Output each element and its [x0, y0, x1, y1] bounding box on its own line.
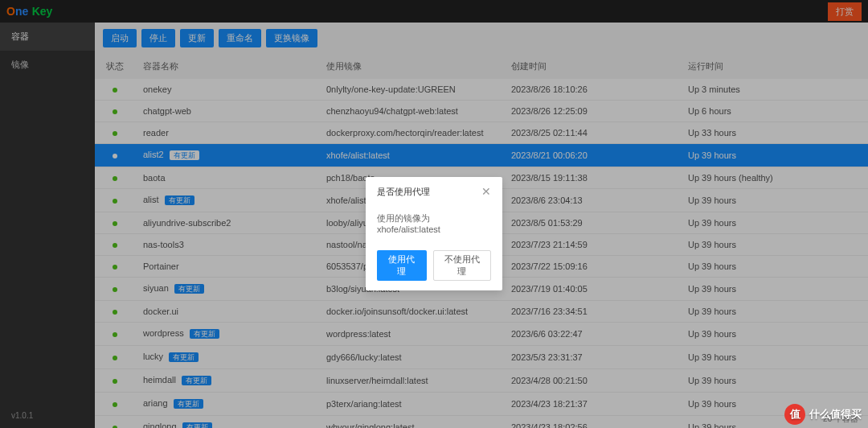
- watermark-icon: 值: [784, 404, 805, 425]
- modal-title: 是否使用代理: [377, 186, 430, 198]
- proxy-modal: 是否使用代理 ✕ 使用的镜像为xhofe/alist:latest 使用代理 不…: [366, 177, 502, 290]
- modal-body: 使用的镜像为xhofe/alist:latest: [366, 206, 502, 245]
- no-proxy-button[interactable]: 不使用代理: [433, 250, 491, 281]
- use-proxy-button[interactable]: 使用代理: [377, 250, 427, 281]
- modal-overlay: 是否使用代理 ✕ 使用的镜像为xhofe/alist:latest 使用代理 不…: [0, 0, 868, 428]
- close-icon[interactable]: ✕: [481, 185, 491, 198]
- watermark: 值 什么值得买: [778, 401, 868, 428]
- watermark-text: 什么值得买: [809, 407, 862, 422]
